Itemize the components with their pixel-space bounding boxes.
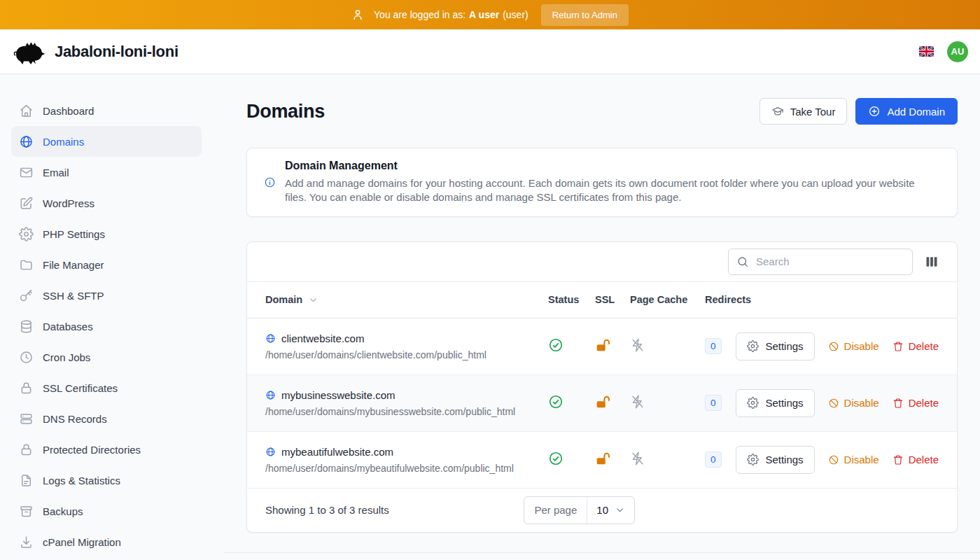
column-header-domain[interactable]: Domain — [265, 294, 548, 305]
mail-icon — [19, 165, 34, 180]
globe-icon — [265, 447, 276, 457]
info-card: Domain Management Add and manage domains… — [246, 148, 958, 217]
sidebar-item-databases[interactable]: Databases — [11, 311, 202, 342]
per-page-select[interactable]: 10 — [587, 497, 634, 524]
sidebar-item-cpanel-migration[interactable]: cPanel Migration — [11, 526, 202, 557]
sidebar-item-ssh-sftp[interactable]: SSH & SFTP — [11, 280, 202, 311]
sidebar-item-ssl-certificates[interactable]: SSL Certificates — [11, 372, 202, 403]
page-title: Domains — [246, 101, 325, 122]
column-header-ssl: SSL — [595, 294, 630, 305]
ban-icon — [828, 398, 839, 409]
disable-link[interactable]: Disable — [828, 397, 879, 409]
settings-button[interactable]: Settings — [736, 446, 814, 474]
column-header-status: Status — [548, 294, 595, 305]
lock-icon — [19, 381, 34, 396]
results-summary: Showing 1 to 3 of 3 results — [265, 504, 389, 516]
globe-icon — [265, 333, 276, 344]
status-cell — [548, 451, 595, 468]
sidebar-item-label: Email — [43, 167, 69, 178]
chevron-down-icon — [308, 295, 318, 305]
sidebar-item-label: cPanel Migration — [43, 536, 121, 548]
trash-icon — [892, 398, 904, 409]
chevron-down-icon — [615, 505, 625, 515]
sidebar-item-protected-directories[interactable]: Protected Directories — [11, 434, 202, 465]
gear-icon — [747, 340, 759, 352]
actions-cell: Settings Disable Delete — [765, 446, 939, 474]
ssl-cell — [595, 451, 630, 469]
info-card-description: Add and manage domains for your hosting … — [285, 176, 918, 205]
sidebar-item-cron-jobs[interactable]: Cron Jobs — [11, 342, 202, 372]
domains-table-card: Domain Status SSL Page Cache Redirects c… — [246, 241, 958, 533]
sidebar-item-email[interactable]: Email — [11, 157, 202, 188]
sidebar-item-label: PHP Settings — [43, 228, 105, 240]
sidebar-item-file-manager[interactable]: File Manager — [11, 249, 202, 280]
redirects-badge[interactable]: 0 — [705, 338, 722, 354]
disable-link[interactable]: Disable — [828, 454, 879, 465]
sidebar-item-label: File Manager — [43, 259, 104, 271]
download-icon — [19, 535, 34, 550]
globe-icon — [265, 390, 276, 400]
impersonation-banner: You are logged in as: A user (user) Retu… — [0, 0, 980, 29]
zap-off-icon[interactable] — [630, 394, 645, 410]
app-header: Jabaloni-loni-loni AU — [0, 29, 980, 74]
sidebar-item-label: Cron Jobs — [43, 351, 90, 363]
status-cell — [548, 394, 595, 412]
sidebar-item-domains[interactable]: Domains — [11, 126, 202, 157]
uk-flag-icon[interactable] — [919, 46, 934, 57]
domain-link[interactable]: mybusinesswebsite.com — [281, 389, 396, 401]
unlock-icon[interactable] — [595, 337, 611, 354]
archive-icon — [19, 504, 34, 519]
add-domain-button[interactable]: Add Domain — [855, 98, 958, 125]
domain-path: /home/user/domains/mybusinesswebsite.com… — [265, 406, 548, 417]
sidebar-item-label: SSH & SFTP — [43, 290, 104, 302]
settings-button[interactable]: Settings — [736, 389, 814, 417]
avatar[interactable]: AU — [947, 41, 968, 62]
sidebar-item-logs-statistics[interactable]: Logs & Statistics — [11, 465, 202, 496]
sidebar-item-label: SSL Certificates — [43, 382, 118, 394]
check-circle-icon — [548, 394, 564, 410]
disable-link[interactable]: Disable — [828, 340, 879, 352]
server-icon — [19, 412, 34, 426]
zap-off-icon[interactable] — [630, 451, 645, 466]
page-cache-cell — [630, 337, 705, 355]
sidebar-item-dns-records[interactable]: DNS Records — [11, 403, 202, 434]
sidebar-item-label: Protected Directories — [43, 444, 141, 456]
home-icon — [19, 104, 34, 118]
database-icon — [19, 319, 34, 334]
person-icon — [351, 8, 364, 21]
sidebar-item-label: Databases — [43, 321, 93, 332]
check-circle-icon — [548, 337, 564, 353]
gear-icon — [747, 454, 759, 465]
table-row: mybeautifulwebsite.com /home/user/domain… — [247, 432, 957, 489]
search-input[interactable] — [728, 248, 913, 275]
brand-name: Jabaloni-loni-loni — [55, 43, 178, 61]
redirects-badge[interactable]: 0 — [705, 451, 722, 468]
trash-icon — [892, 341, 904, 352]
check-circle-icon — [548, 451, 564, 466]
domain-link[interactable]: clientwebsite.com — [281, 332, 364, 344]
table-row: clientwebsite.com /home/user/domains/cli… — [247, 318, 957, 375]
redirects-badge[interactable]: 0 — [705, 395, 722, 411]
settings-button[interactable]: Settings — [736, 332, 814, 360]
domain-cell: mybusinesswebsite.com /home/user/domains… — [265, 389, 548, 417]
delete-link[interactable]: Delete — [892, 340, 939, 352]
ban-icon — [828, 454, 839, 465]
sidebar-item-dashboard[interactable]: Dashboard — [11, 95, 202, 126]
sidebar-item-backups[interactable]: Backups — [11, 496, 202, 526]
unlock-icon[interactable] — [595, 451, 611, 467]
sidebar-item-wordpress[interactable]: WordPress — [11, 188, 202, 218]
zap-off-icon[interactable] — [630, 337, 645, 353]
delete-link[interactable]: Delete — [892, 454, 939, 465]
status-cell — [548, 337, 595, 355]
return-to-admin-button[interactable]: Return to Admin — [541, 4, 629, 26]
unlock-icon[interactable] — [595, 394, 611, 410]
domain-link[interactable]: mybeautifulwebsite.com — [281, 446, 393, 458]
domain-cell: mybeautifulwebsite.com /home/user/domain… — [265, 446, 548, 474]
search-box — [728, 248, 913, 275]
delete-link[interactable]: Delete — [892, 397, 939, 409]
columns-icon[interactable] — [925, 255, 939, 269]
brand[interactable]: Jabaloni-loni-loni — [12, 38, 178, 66]
take-tour-button[interactable]: Take Tour — [760, 98, 848, 125]
sidebar-item-php-settings[interactable]: PHP Settings — [11, 218, 202, 249]
graduation-cap-icon — [771, 105, 784, 118]
